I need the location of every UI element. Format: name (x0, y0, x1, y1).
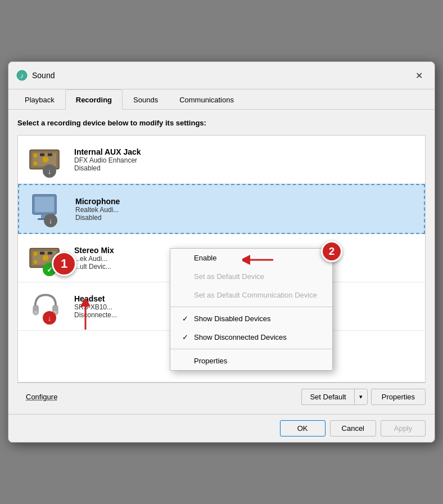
title-bar: ♪ Sound ✕ (8, 62, 435, 89)
ctx-sep-2 (170, 349, 332, 349)
instruction-text: Select a recording device below to modif… (17, 119, 426, 127)
device-item-microphone[interactable]: ↓ Microphone Realtek Audi... Disabled (18, 184, 425, 234)
ok-button[interactable]: OK (280, 420, 326, 436)
svg-point-24 (33, 310, 38, 315)
sound-icon: ♪ (16, 70, 28, 81)
svg-rect-12 (35, 197, 54, 212)
main-content: Select a recording device below to modif… (8, 110, 435, 414)
svg-rect-8 (48, 154, 52, 156)
ctx-properties[interactable]: Properties (170, 352, 332, 370)
close-button[interactable]: ✕ (411, 68, 427, 83)
right-button-group: Set Default ▾ Properties (301, 389, 426, 405)
apply-button[interactable]: Apply (381, 420, 426, 436)
svg-point-17 (33, 252, 38, 256)
svg-point-4 (33, 154, 38, 158)
dialog-footer: OK Cancel Apply (8, 414, 435, 442)
svg-rect-20 (40, 252, 44, 255)
configure-button[interactable]: Configure (17, 389, 66, 404)
tab-communications[interactable]: Communications (169, 89, 245, 110)
ctx-enable[interactable]: Enable 2 (170, 249, 332, 267)
svg-point-6 (42, 156, 49, 163)
arrow-to-mic (74, 299, 97, 332)
device-icon-headset: ↓ (26, 288, 65, 325)
status-badge-headset: ↓ (43, 311, 56, 325)
set-default-split-button: Set Default ▾ (301, 389, 367, 405)
tab-bar: Playback Recording Sounds Communications (8, 89, 435, 110)
ctx-sep-1 (170, 307, 332, 307)
set-default-dropdown[interactable]: ▾ (354, 389, 368, 405)
annotation-badge-2: 2 (321, 241, 342, 262)
arrow-to-enable (242, 251, 276, 268)
bottom-action-bar: Configure Set Default ▾ Properties (17, 382, 426, 405)
svg-point-5 (33, 161, 38, 166)
device-list: ↓ Internal AUX Jack DFX Audio Enhancer D… (17, 135, 426, 382)
svg-rect-21 (48, 252, 52, 255)
tab-recording[interactable]: Recording (65, 89, 123, 110)
device-status-aux: Disabled (74, 164, 417, 172)
svg-point-19 (42, 255, 49, 262)
device-sub-aux: DFX Audio Enhancer (74, 156, 417, 164)
annotation-badge-1: 1 (52, 251, 76, 276)
device-status-microphone: Disabled (75, 214, 416, 222)
status-badge-aux: ↓ (43, 164, 56, 178)
device-item-internal-aux[interactable]: ↓ Internal AUX Jack DFX Audio Enhancer D… (18, 136, 425, 184)
svg-text:♪: ♪ (20, 71, 24, 80)
ctx-set-default: Set as Default Device (170, 267, 332, 286)
svg-rect-7 (40, 154, 44, 156)
svg-point-18 (33, 260, 38, 264)
properties-button[interactable]: Properties (371, 389, 426, 405)
tab-sounds[interactable]: Sounds (123, 89, 169, 110)
dialog-title: Sound (32, 71, 55, 80)
sound-dialog: ♪ Sound ✕ Playback Recording Sounds Comm… (8, 61, 435, 443)
status-badge-mic: ↓ (44, 214, 57, 227)
device-info-microphone: Microphone Realtek Audi... Disabled (75, 197, 416, 222)
cancel-button[interactable]: Cancel (330, 420, 376, 436)
set-default-button[interactable]: Set Default (301, 389, 354, 405)
device-info-aux: Internal AUX Jack DFX Audio Enhancer Dis… (74, 147, 417, 172)
context-menu: Enable 2 Set as Defau (170, 248, 333, 371)
device-sub-microphone: Realtek Audi... (75, 206, 416, 214)
device-name-microphone: Microphone (75, 197, 416, 206)
device-icon-microphone: ↓ (27, 191, 66, 227)
ctx-set-default-comm: Set as Default Communication Device (170, 286, 332, 304)
device-icon-internal-aux: ↓ (26, 141, 65, 178)
ctx-show-disabled[interactable]: ✓ Show Disabled Devices (170, 309, 332, 328)
tab-playback[interactable]: Playback (14, 89, 65, 110)
ctx-show-disconnected[interactable]: ✓ Show Disconnected Devices (170, 328, 332, 346)
device-name-aux: Internal AUX Jack (74, 147, 417, 156)
